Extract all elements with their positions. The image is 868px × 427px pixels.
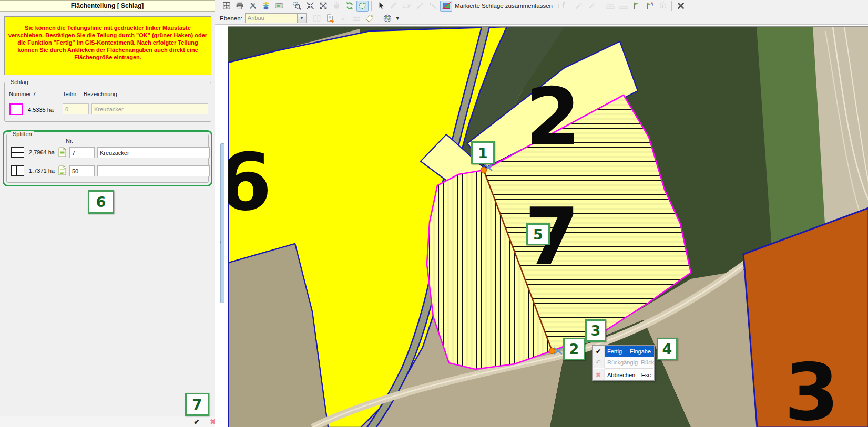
ok-check-button[interactable]: ✔	[190, 417, 203, 427]
resize-out-icon[interactable]	[414, 1, 426, 12]
flag-green-icon[interactable]	[630, 1, 642, 12]
splitten-highlight-box: Splitten Nr. 2,7964 ha 1,7371 ha	[3, 130, 212, 186]
hatch-horizontal-swatch	[11, 147, 24, 158]
instruction-message: Sie können die Teilungslinie mit gedrück…	[4, 16, 211, 75]
menu-item-shortcut: Eingabe	[630, 348, 651, 355]
menu-item-label: Fertig	[607, 348, 627, 355]
close-toolbar-icon[interactable]	[675, 1, 687, 12]
context-menu-item-abbrechen[interactable]: ✖ Abbrechen Esc	[593, 369, 654, 380]
teilnr-label: Teilnr.	[63, 91, 78, 97]
panel-splitter[interactable]: ‹	[220, 143, 224, 303]
select-region-icon[interactable]	[356, 1, 369, 12]
edit-polygon-icon[interactable]	[401, 1, 413, 12]
toolbar-separator	[570, 1, 570, 11]
nummer-label: Nummer	[9, 91, 31, 97]
ebenen-label: Ebenen:	[220, 15, 242, 22]
resize-in-icon[interactable]	[427, 1, 439, 12]
toolbar-separator	[288, 1, 288, 11]
overview-map-icon[interactable]	[273, 1, 285, 12]
nummer-value: 7	[33, 91, 36, 97]
draw-line-icon[interactable]	[387, 1, 400, 12]
field-2-label: 2	[526, 71, 580, 162]
bottom-bar-divider	[205, 418, 205, 426]
schlag-group-label: Schlag	[9, 79, 30, 85]
toolbar-separator	[601, 1, 601, 11]
bezeichnung-input	[91, 103, 208, 114]
refresh-icon[interactable]	[343, 1, 355, 12]
undo-icon: ↶	[596, 359, 601, 366]
teilnr-input	[63, 103, 89, 114]
toolbar-row-2: Ebenen: Anbau ▼ ▼	[215, 12, 868, 24]
splitten-group-label: Splitten	[11, 131, 34, 137]
callout-6: 6	[88, 190, 114, 214]
flag-marker-icon[interactable]	[644, 1, 656, 12]
zoom-in-icon[interactable]	[304, 1, 316, 12]
document-icon[interactable]	[58, 165, 66, 175]
split-row-area[interactable]: 2,7964 ha	[29, 149, 55, 155]
division-handle-top[interactable]	[481, 168, 487, 173]
measure-line-icon[interactable]	[604, 1, 616, 12]
merge-fields-button[interactable]: Markierte Schläge zusammenfassen	[453, 3, 555, 9]
check-icon: ✔	[596, 348, 601, 355]
schlag-groupbox: Schlag Nummer 7 Teilnr. Bezeichnung 4,53…	[4, 82, 211, 122]
split-bezeichnung-input-1[interactable]	[97, 147, 210, 158]
split-nr-input-1[interactable]	[69, 147, 95, 158]
tools-icon[interactable]	[247, 1, 259, 12]
print-icon[interactable]	[233, 1, 246, 12]
flaechenteilung-panel: Flächenteilung [ Schlag] Sie können die …	[0, 0, 220, 427]
pan-hand-icon[interactable]	[330, 1, 342, 12]
ebenen-combobox[interactable]: Anbau	[245, 13, 298, 23]
split-nr-input-2[interactable]	[69, 165, 95, 176]
callout-1: 1	[471, 141, 495, 164]
bezeichnung-label: Bezeichnung	[84, 91, 117, 97]
callout-4: 4	[657, 338, 678, 360]
splitter-collapse-icon[interactable]: ‹	[220, 239, 221, 245]
split-row-area[interactable]: 1,7371 ha	[29, 168, 55, 174]
measure-area-icon[interactable]	[617, 1, 629, 12]
split-field-icon[interactable]	[440, 1, 452, 12]
field-outline-swatch	[9, 103, 23, 115]
callout-2: 2	[563, 338, 585, 360]
map-area: 6 2 7 3 1 5 2 3 4 ✔ Fertig Eingabe	[215, 25, 868, 427]
map-frame[interactable]: 6 2 7 3 1 5 2 3 4 ✔ Fertig Eingabe	[228, 26, 868, 427]
callout-5: 5	[526, 223, 550, 245]
panel-bottom-bar: ✔ ✖	[0, 416, 220, 427]
nr-column-label: Nr.	[66, 138, 73, 144]
ebenen-dropdown-button[interactable]: ▼	[298, 13, 307, 23]
globe-dropdown-caret[interactable]: ▼	[395, 16, 400, 21]
snap-tool2-icon[interactable]	[586, 1, 598, 12]
split-bezeichnung-input-2[interactable]	[97, 165, 210, 176]
division-handle-bottom[interactable]	[549, 348, 555, 354]
menu-item-shortcut: Rück	[641, 359, 654, 366]
tag-icon[interactable]	[364, 13, 376, 24]
toolbar-separator	[671, 1, 672, 11]
document-icon[interactable]	[58, 147, 66, 157]
globe-icon[interactable]	[382, 13, 394, 24]
field-3-label: 3	[784, 347, 839, 427]
menu-item-label: Rückgängig	[607, 359, 638, 366]
full-extent-icon[interactable]	[220, 1, 232, 12]
info-icon[interactable]	[657, 1, 669, 12]
columns-icon[interactable]	[311, 13, 323, 24]
zoom-out-icon[interactable]	[317, 1, 329, 12]
menu-separator	[605, 368, 653, 369]
zoom-region-icon[interactable]	[291, 1, 303, 12]
snap-tool-icon[interactable]	[573, 1, 585, 12]
toolbar-separator	[371, 1, 372, 11]
open-window-icon[interactable]	[555, 1, 567, 12]
export-icon[interactable]	[324, 13, 336, 24]
layers-icon[interactable]	[260, 1, 272, 12]
context-menu-item-rueckgaengig[interactable]: ↶ Rückgängig Rück	[593, 357, 654, 368]
panel-title: Flächenteilung [ Schlag]	[0, 0, 215, 12]
callout-3: 3	[585, 319, 606, 342]
menu-item-label: Abbrechen	[607, 372, 638, 378]
schlag-area-value: 4,5335 ha	[28, 107, 54, 113]
cancel-x-icon: ✖	[596, 371, 601, 379]
gis-toolbar: Markierte Schläge zusammenfassen Ebenen:…	[215, 0, 868, 25]
context-menu-item-fertig[interactable]: ✔ Fertig Eingabe	[593, 346, 654, 357]
import-icon[interactable]	[338, 13, 350, 24]
table-icon[interactable]	[351, 13, 363, 24]
cursor-icon[interactable]	[374, 1, 386, 12]
menu-item-shortcut: Esc	[641, 372, 651, 378]
field-6-label: 6	[228, 137, 272, 228]
